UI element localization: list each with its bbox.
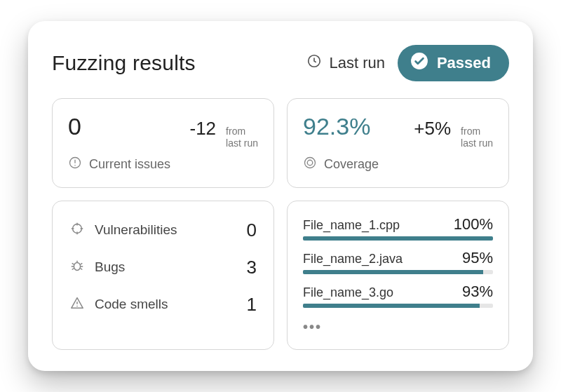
issue-count: 3 [247, 257, 257, 278]
cards-grid: 0 -12 from last run Current issues [52, 98, 509, 349]
file-pct: 93% [462, 283, 493, 301]
issues-value: 0 [68, 113, 180, 140]
progress-fill [303, 236, 493, 241]
issue-name: Vulnerabilities [95, 222, 237, 238]
panel-header: Fuzzing results Last run P [52, 45, 509, 81]
issues-label-row: Current issues [68, 156, 258, 173]
file-coverage-card: File_name_1.cpp 100% File_name_2.java 95… [287, 201, 509, 350]
last-run-label: Last run [329, 54, 385, 72]
status-badge: Passed [398, 45, 509, 81]
progress-fill [303, 270, 483, 274]
file-row: File_name_3.go 93% [303, 283, 493, 308]
file-name: File_name_2.java [303, 252, 403, 266]
panel-title: Fuzzing results [52, 51, 196, 75]
more-files-button[interactable]: ••• [303, 319, 493, 335]
progress-track [303, 270, 493, 274]
issue-name: Bugs [95, 259, 237, 275]
last-run-indicator: Last run [306, 53, 385, 73]
coverage-card: 92.3% +5% from last run Coverage [287, 98, 509, 187]
progress-track [303, 304, 493, 308]
issues-stat-row: 0 -12 from last run [68, 113, 258, 148]
issue-name: Code smells [95, 297, 237, 312]
svg-point-5 [307, 160, 313, 165]
issue-row-vulnerabilities: Vulnerabilities 0 [69, 219, 257, 241]
progress-fill [303, 304, 480, 308]
target-icon [303, 156, 317, 173]
alert-circle-icon [68, 156, 82, 173]
file-list: File_name_1.cpp 100% File_name_2.java 95… [303, 215, 493, 335]
svg-point-4 [305, 157, 316, 168]
file-row: File_name_1.cpp 100% [303, 215, 493, 241]
coverage-delta: +5% [414, 118, 451, 140]
issues-breakdown-card: Vulnerabilities 0 Bugs 3 [52, 201, 274, 350]
status-badge-label: Passed [437, 54, 491, 72]
bug-icon [69, 258, 85, 276]
coverage-label-row: Coverage [303, 156, 493, 173]
svg-point-7 [74, 263, 80, 271]
coverage-label: Coverage [324, 157, 379, 172]
issues-delta: -12 [190, 118, 217, 140]
svg-point-6 [73, 224, 82, 234]
issues-list: Vulnerabilities 0 Bugs 3 [68, 215, 258, 320]
crosshair-icon [69, 221, 85, 239]
coverage-value: 92.3% [303, 113, 404, 140]
issue-row-bugs: Bugs 3 [69, 257, 257, 278]
header-right: Last run Passed [306, 45, 509, 81]
progress-track [303, 236, 493, 241]
current-issues-card: 0 -12 from last run Current issues [52, 98, 274, 187]
issues-hint: from last run [226, 126, 258, 148]
check-circle-icon [410, 52, 428, 74]
file-row: File_name_2.java 95% [303, 249, 493, 274]
file-pct: 95% [462, 249, 493, 267]
warning-triangle-icon [69, 295, 85, 313]
fuzzing-results-panel: Fuzzing results Last run P [28, 21, 533, 370]
coverage-hint: from last run [461, 126, 493, 148]
issue-count: 0 [247, 219, 257, 241]
issues-label: Current issues [89, 157, 170, 172]
svg-point-8 [76, 306, 78, 307]
clock-icon [306, 53, 322, 73]
svg-point-3 [74, 165, 76, 166]
coverage-stat-row: 92.3% +5% from last run [303, 113, 493, 148]
file-pct: 100% [454, 215, 493, 234]
file-name: File_name_3.go [303, 285, 393, 300]
issue-row-code-smells: Code smells 1 [69, 294, 257, 316]
issue-count: 1 [247, 294, 257, 316]
file-name: File_name_1.cpp [303, 218, 400, 233]
